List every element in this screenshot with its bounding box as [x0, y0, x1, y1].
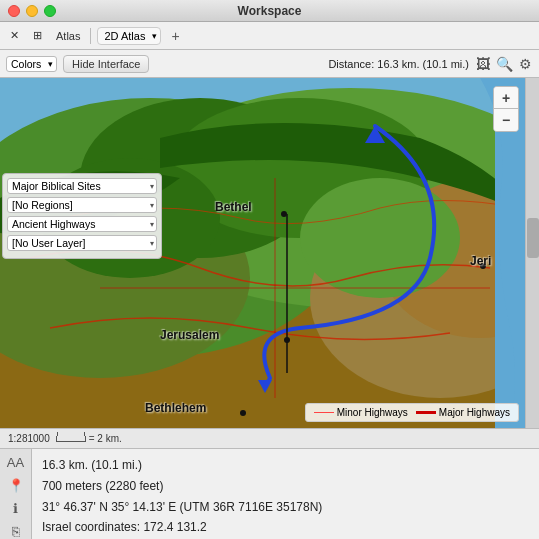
settings-icon-btn[interactable]: ⚙ — [518, 55, 533, 73]
layer2-dropdown[interactable]: [No Regions] — [7, 197, 157, 213]
titlebar: Workspace — [0, 0, 539, 22]
close-btn[interactable]: ✕ — [6, 27, 23, 44]
scrollbar-thumb[interactable] — [527, 218, 539, 258]
layer1-dropdown-wrap: Major Biblical Sites — [7, 178, 157, 194]
bethel-dot — [281, 211, 287, 217]
layer4-dropdown-wrap: [No User Layer] — [7, 235, 157, 251]
add-tab-button[interactable]: + — [167, 28, 183, 44]
info-line-3: 31° 46.37' N 35° 14.13' E (UTM 36R 7116E… — [42, 499, 529, 516]
copy-icon[interactable]: ⎘ — [12, 524, 20, 539]
layers-panel: Major Biblical Sites [No Regions] Ancien… — [2, 173, 162, 259]
map-legend: Minor Highways Major Highways — [305, 403, 519, 422]
bethlehem-dot — [240, 410, 246, 416]
toolbar-icons: 🖼 🔍 ⚙ — [475, 55, 533, 73]
scale-label: = 2 km. — [89, 433, 122, 444]
major-highway-label: Major Highways — [439, 407, 510, 418]
layer-row-4: [No User Layer] — [7, 235, 157, 251]
view-dropdown[interactable]: 2D Atlas — [97, 27, 161, 45]
zoom-controls: + − — [493, 86, 519, 132]
jerusalem-dot — [284, 337, 290, 343]
layer2-dropdown-wrap: [No Regions] — [7, 197, 157, 213]
layer4-dropdown[interactable]: [No User Layer] — [7, 235, 157, 251]
info-panel: AA 📍 ℹ ⎘ 16.3 km. (10.1 mi.) 700 meters … — [0, 448, 539, 539]
info-text-column: 16.3 km. (10.1 mi.) 700 meters (2280 fee… — [32, 449, 539, 539]
view-dropdown-wrap: 2D Atlas — [97, 27, 161, 45]
map-pin-icon[interactable]: 📍 — [8, 478, 24, 493]
map-scrollbar[interactable] — [525, 78, 539, 428]
minor-highway-line — [314, 412, 334, 414]
jerusalem-label: Jerusalem — [160, 328, 219, 342]
layout-btn[interactable]: ⊞ — [29, 27, 46, 44]
search-icon-btn[interactable]: 🔍 — [495, 55, 514, 73]
text-size-icon[interactable]: AA — [7, 455, 24, 470]
major-highway-line — [416, 411, 436, 414]
map-area[interactable]: Bethel Jerusalem Bethlehem Jeri + − Mino… — [0, 78, 539, 428]
colors-dropdown-wrap: Colors — [6, 56, 57, 72]
divider — [90, 28, 91, 44]
info-icon-btn[interactable]: ℹ — [13, 501, 18, 516]
colors-dropdown[interactable]: Colors — [6, 56, 57, 72]
traffic-lights — [8, 5, 56, 17]
svg-point-10 — [300, 178, 460, 298]
scale-bar-area: 1:281000 = 2 km. — [0, 428, 539, 448]
scale-line — [56, 436, 86, 442]
info-icons-column: AA 📍 ℹ ⎘ — [0, 449, 32, 539]
close-button[interactable] — [8, 5, 20, 17]
info-line-4: Israel coordinates: 172.4 131.2 — [42, 519, 529, 536]
toolbar-secondary: Colors Hide Interface Distance: 16.3 km.… — [0, 50, 539, 78]
minor-highways-legend: Minor Highways — [314, 407, 408, 418]
info-line-1: 16.3 km. (10.1 mi.) — [42, 457, 529, 474]
layer-row-1: Major Biblical Sites — [7, 178, 157, 194]
minimize-button[interactable] — [26, 5, 38, 17]
layer-row-2: [No Regions] — [7, 197, 157, 213]
scale-ratio: 1:281000 — [8, 433, 50, 444]
bethel-label: Bethel — [215, 200, 252, 214]
atlas-btn[interactable]: Atlas — [52, 28, 84, 44]
zoom-in-button[interactable]: + — [494, 87, 518, 109]
minor-highway-label: Minor Highways — [337, 407, 408, 418]
hide-interface-button[interactable]: Hide Interface — [63, 55, 149, 73]
layer3-dropdown-wrap: Ancient Highways — [7, 216, 157, 232]
scale-bar: = 2 km. — [56, 433, 122, 444]
window-title: Workspace — [238, 4, 302, 18]
major-highways-legend: Major Highways — [416, 407, 510, 418]
toolbar-primary: ✕ ⊞ Atlas 2D Atlas + — [0, 22, 539, 50]
info-line-2: 700 meters (2280 feet) — [42, 478, 529, 495]
layer3-dropdown[interactable]: Ancient Highways — [7, 216, 157, 232]
maximize-button[interactable] — [44, 5, 56, 17]
jericho-label: Jeri — [470, 254, 491, 268]
layer-row-3: Ancient Highways — [7, 216, 157, 232]
distance-label: Distance: 16.3 km. (10.1 mi.) — [328, 58, 469, 70]
zoom-out-button[interactable]: − — [494, 109, 518, 131]
image-icon-btn[interactable]: 🖼 — [475, 55, 491, 73]
bethlehem-label: Bethlehem — [145, 401, 206, 415]
layer1-dropdown[interactable]: Major Biblical Sites — [7, 178, 157, 194]
